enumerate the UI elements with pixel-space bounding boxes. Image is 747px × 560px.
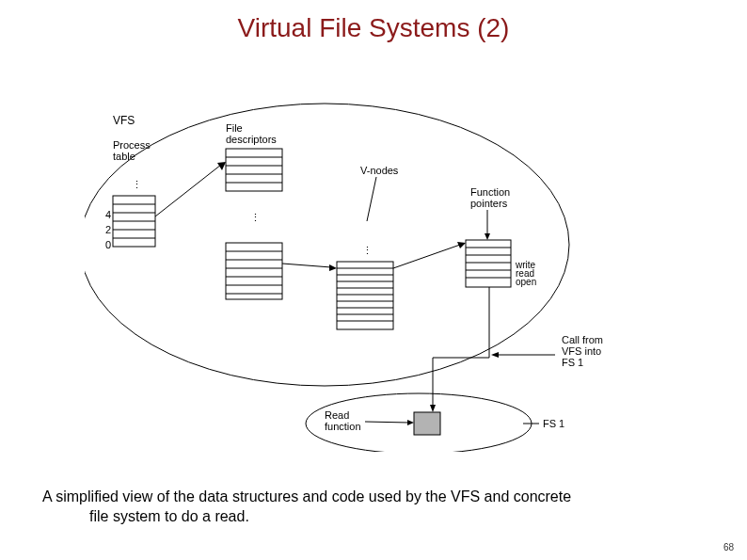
vnodes-dots: ⋮ bbox=[362, 245, 373, 256]
call-label-1: Call from bbox=[562, 334, 603, 345]
read-function-box bbox=[414, 412, 440, 435]
pt-index-4: 4 bbox=[105, 209, 111, 220]
vnodes-label: V-nodes bbox=[360, 165, 399, 176]
fd-box-bottom bbox=[226, 243, 282, 299]
page-number: 68 bbox=[723, 542, 734, 552]
arrow-pt-to-fd bbox=[155, 165, 221, 216]
fp-label-2: pointers bbox=[470, 198, 508, 209]
fd-label-2: descriptors bbox=[226, 134, 277, 145]
fp-leader-arrowhead bbox=[485, 233, 490, 240]
fd-label-1: File bbox=[226, 122, 243, 134]
arrow-fp-to-fs1 bbox=[433, 287, 489, 407]
fp-label-1: Function bbox=[470, 186, 510, 198]
svg-rect-7 bbox=[226, 149, 282, 191]
read-func-label-1: Read bbox=[325, 409, 349, 421]
arrow-fd-to-vnode bbox=[282, 264, 331, 267]
vnodes-leader bbox=[367, 177, 376, 221]
process-table-box: ⋮ bbox=[113, 179, 155, 247]
arrow-vnode-to-fp bbox=[393, 245, 460, 268]
arrow-fd-to-vnode-head bbox=[329, 264, 337, 271]
fs1-label: FS 1 bbox=[543, 418, 564, 429]
call-label-2: VFS into bbox=[562, 345, 601, 357]
svg-text:⋮: ⋮ bbox=[132, 179, 142, 190]
fp-box bbox=[466, 240, 511, 287]
svg-rect-19 bbox=[337, 262, 393, 329]
open-label: open bbox=[516, 277, 536, 287]
process-table-label-2: table bbox=[113, 151, 135, 162]
fd-dots: ⋮ bbox=[250, 212, 261, 223]
pt-index-0: 0 bbox=[105, 239, 111, 250]
page-title: Virtual File Systems (2) bbox=[0, 0, 747, 43]
fd-box-top bbox=[226, 149, 282, 191]
vfs-diagram: VFS Process table ⋮ 4 2 0 File descripto… bbox=[85, 75, 649, 452]
process-table-label-1: Process bbox=[113, 139, 151, 151]
caption-line-1: A simplified view of the data structures… bbox=[42, 488, 571, 504]
read-func-label-2: function bbox=[325, 421, 361, 432]
vnodes-box bbox=[337, 262, 393, 329]
vfs-label: VFS bbox=[113, 114, 135, 127]
caption: A simplified view of the data structures… bbox=[42, 487, 705, 527]
caption-line-2: file system to do a read. bbox=[42, 506, 705, 527]
pt-index-2: 2 bbox=[105, 224, 111, 235]
call-label-3: FS 1 bbox=[562, 357, 583, 368]
call-arrow-head bbox=[491, 352, 499, 358]
